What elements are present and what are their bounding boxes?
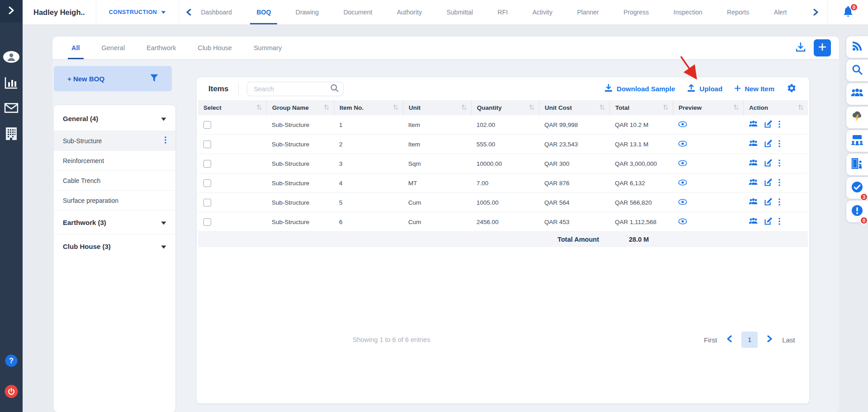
tab-activity[interactable]: Activity <box>530 0 555 24</box>
edit-icon[interactable] <box>764 217 772 226</box>
assign-users-icon[interactable] <box>749 140 758 148</box>
sort-icon[interactable] <box>600 104 605 112</box>
assign-users-icon[interactable] <box>749 198 758 206</box>
row-menu-icon[interactable] <box>778 179 780 187</box>
column-header-unit[interactable]: Unit <box>403 100 471 115</box>
section-tab-earthwork[interactable]: Earthwork <box>136 37 187 59</box>
assign-users-icon[interactable] <box>749 121 758 129</box>
column-header-item-no[interactable]: Item No. <box>334 100 403 115</box>
preview-eye-icon[interactable] <box>678 179 687 187</box>
tab-boq[interactable]: BOQ <box>254 0 274 24</box>
section-tab-club-house[interactable]: Club House <box>187 37 243 59</box>
section-tab-summary[interactable]: Summary <box>243 37 292 59</box>
tab-drawing[interactable]: Drawing <box>293 0 321 24</box>
row-menu-icon[interactable] <box>778 218 780 226</box>
section-tab-general[interactable]: General <box>91 37 136 59</box>
column-header-preview[interactable]: Preview <box>673 100 743 115</box>
module-selector[interactable]: CONSTRUCTION <box>96 0 179 24</box>
row-checkbox[interactable] <box>203 218 211 226</box>
tree-group-general[interactable]: General (4) <box>54 107 175 131</box>
mail-icon[interactable] <box>5 103 19 113</box>
assign-users-icon[interactable] <box>749 159 758 168</box>
row-menu-icon[interactable] <box>778 159 780 168</box>
sort-icon[interactable] <box>798 104 803 112</box>
tab-reports[interactable]: Reports <box>724 0 752 24</box>
column-header-group-name[interactable]: Group Name <box>266 100 334 115</box>
search-input[interactable] <box>253 85 330 93</box>
tree-group-earthwork[interactable]: Earthwork (3) <box>54 210 175 234</box>
profile-avatar[interactable] <box>3 51 20 63</box>
row-checkbox[interactable] <box>203 140 211 148</box>
new-item-button[interactable]: New Item <box>735 85 774 93</box>
sort-icon[interactable] <box>462 104 467 112</box>
download-sample-button[interactable]: Download Sample <box>604 84 675 94</box>
preview-eye-icon[interactable] <box>678 218 687 226</box>
help-icon[interactable]: ? <box>5 355 18 367</box>
building-icon[interactable] <box>5 127 18 140</box>
row-menu-icon[interactable] <box>778 198 780 207</box>
rail-search-button[interactable] <box>846 60 868 81</box>
column-header-unit-cost[interactable]: Unit Cost <box>539 100 609 115</box>
row-menu-icon[interactable] <box>778 121 780 129</box>
sort-icon[interactable] <box>663 104 668 112</box>
tab-progress[interactable]: Progress <box>621 0 651 24</box>
pagination-prev-icon[interactable] <box>726 335 732 344</box>
edit-icon[interactable] <box>764 178 772 187</box>
edit-icon[interactable] <box>764 140 772 149</box>
tab-authority[interactable]: Authority <box>394 0 425 24</box>
tree-item-reinforcement[interactable]: Reinforcement <box>54 150 175 170</box>
tree-item-sub-structure[interactable]: Sub-Structure <box>54 131 175 150</box>
row-menu-icon[interactable] <box>778 140 780 149</box>
sort-icon[interactable] <box>734 104 739 112</box>
new-boq-button[interactable]: + New BOQ <box>54 66 172 91</box>
column-header-quantity[interactable]: Quantity <box>471 100 539 115</box>
tree-group-club-house[interactable]: Club House (3) <box>54 234 175 258</box>
sort-icon[interactable] <box>393 104 398 112</box>
tree-item-surface-preparation[interactable]: Surface preparation <box>54 190 175 210</box>
sort-icon[interactable] <box>324 104 329 112</box>
edit-icon[interactable] <box>764 198 772 207</box>
rail-team-button[interactable] <box>846 83 868 105</box>
row-checkbox[interactable] <box>203 179 211 187</box>
pagination-page-1[interactable]: 1 <box>741 332 758 348</box>
tab-document[interactable]: Document <box>341 0 375 24</box>
kebab-menu-icon[interactable] <box>165 136 166 145</box>
preview-eye-icon[interactable] <box>678 140 687 148</box>
tab-alert[interactable]: Alert <box>771 0 790 24</box>
section-tab-all[interactable]: All <box>61 37 91 59</box>
column-header-select[interactable]: Select <box>198 100 266 115</box>
tab-inspection[interactable]: Inspection <box>671 0 705 24</box>
upload-button[interactable]: Upload <box>687 84 722 94</box>
rail-site-exit-button[interactable] <box>846 154 868 175</box>
edit-icon[interactable] <box>764 159 772 168</box>
logout-power-icon[interactable] <box>5 385 18 398</box>
row-checkbox[interactable] <box>203 199 211 206</box>
add-boq-section-button[interactable] <box>814 39 831 56</box>
preview-eye-icon[interactable] <box>678 199 687 206</box>
pagination-first[interactable]: First <box>704 336 717 344</box>
row-checkbox[interactable] <box>203 121 211 129</box>
rail-meeting-button[interactable] <box>846 130 868 152</box>
pagination-next-icon[interactable] <box>767 335 773 344</box>
bar-chart-icon[interactable] <box>5 77 18 89</box>
tab-planner[interactable]: Planner <box>574 0 601 24</box>
preview-eye-icon[interactable] <box>678 121 687 129</box>
nav-scroll-right-button[interactable] <box>809 0 823 24</box>
assign-users-icon[interactable] <box>749 179 758 187</box>
rail-weather-button[interactable] <box>846 107 868 128</box>
search-icon[interactable] <box>330 84 339 94</box>
tree-item-cable-trench[interactable]: Cable Trench <box>54 170 175 190</box>
rail-feed-button[interactable] <box>846 36 868 58</box>
column-header-total[interactable]: Total <box>609 100 673 115</box>
sidebar-expand-button[interactable] <box>0 0 23 23</box>
rail-tasks-button[interactable]: 3 <box>846 177 868 199</box>
table-settings-gear-icon[interactable] <box>787 83 797 95</box>
tab-dashboard[interactable]: Dashboard <box>198 0 235 24</box>
sort-icon[interactable] <box>257 104 262 112</box>
tab-rfi[interactable]: RFI <box>495 0 511 24</box>
edit-icon[interactable] <box>764 120 772 129</box>
tab-submittal[interactable]: Submittal <box>444 0 476 24</box>
notifications-button[interactable]: 0 <box>827 0 868 24</box>
sort-icon[interactable] <box>529 104 534 112</box>
assign-users-icon[interactable] <box>749 218 758 226</box>
